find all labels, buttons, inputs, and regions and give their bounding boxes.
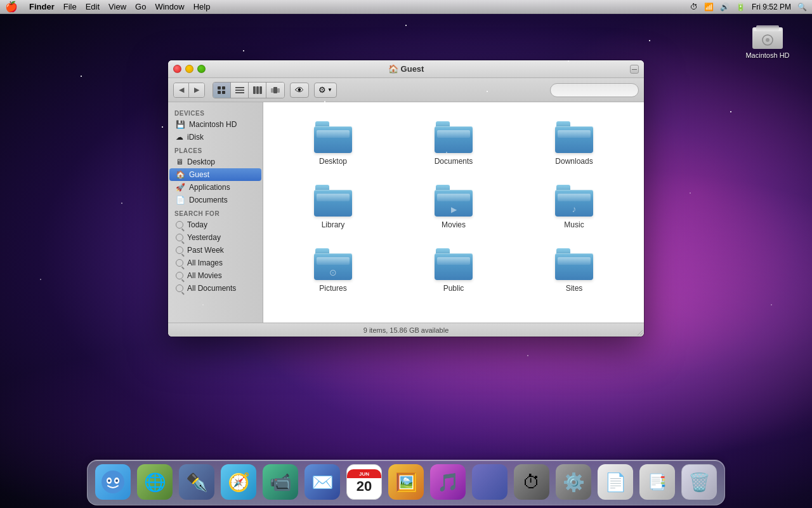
svg-rect-10 [235, 90, 244, 91]
search-input[interactable] [550, 83, 639, 97]
gear-button[interactable]: ⚙ ▼ [314, 83, 337, 98]
eye-button[interactable]: 👁 [290, 83, 309, 98]
sidebar-item-guest[interactable]: 🏠 Guest [169, 168, 261, 181]
sidebar-item-documents[interactable]: 📄 Documents [169, 194, 261, 206]
dock-item-quill[interactable]: ✒️ [178, 463, 216, 501]
sidebar-desktop-icon: 🖥 [176, 157, 183, 166]
status-text: 9 items, 15.86 GB available [363, 326, 449, 334]
folder-downloads-icon [555, 121, 593, 153]
dock-item-finder[interactable] [94, 463, 132, 501]
dock-item-pdf1[interactable]: 📄 [596, 463, 634, 501]
desktop-macintosh-hd[interactable]: Macintosh HD [742, 22, 793, 59]
coverflow-view-button[interactable] [266, 83, 284, 98]
menubar-battery-icon[interactable]: 🔋 [736, 3, 745, 11]
file-documents[interactable]: Documents [396, 115, 511, 172]
svg-rect-14 [259, 86, 262, 94]
folder-documents-icon [435, 121, 473, 153]
sidebar-item-past-week[interactable]: Past Week [169, 244, 261, 257]
sidebar-today-icon [176, 221, 183, 229]
apple-menu[interactable]: 🍎 [5, 1, 18, 13]
minimize-button[interactable] [185, 65, 193, 73]
dock-item-timemachine[interactable]: ⏱ [513, 463, 551, 501]
dock-timemachine-icon: ⏱ [514, 464, 549, 500]
svg-line-19 [640, 333, 643, 335]
statusbar: 9 items, 15.86 GB available [168, 323, 644, 337]
sidebar-all-movies-icon [176, 272, 183, 279]
nav-buttons: ◀ ▶ [173, 83, 205, 98]
column-view-button[interactable] [249, 83, 266, 98]
dock-spaces-icon [472, 464, 508, 500]
menubar-right: ⏱ 📶 🔊 🔋 Fri 9:52 PM 🔍 [690, 3, 807, 11]
dock-item-pdf2[interactable]: 📑 [638, 463, 676, 501]
close-button[interactable] [173, 65, 181, 73]
svg-rect-12 [253, 86, 256, 94]
dock-item-facetime[interactable]: 📹 [261, 463, 299, 501]
dock-item-maps[interactable]: 🌐 [136, 463, 174, 501]
file-sites[interactable]: Sites [517, 242, 631, 299]
sidebar-item-all-movies[interactable]: All Movies [169, 269, 261, 282]
menubar-view[interactable]: View [108, 2, 126, 11]
dock-item-sysprefs[interactable]: ⚙️ [554, 463, 593, 501]
dock-item-spaces[interactable] [471, 463, 509, 501]
dock-maps-icon: 🌐 [137, 464, 173, 500]
sidebar-item-desktop[interactable]: 🖥 Desktop [169, 156, 261, 168]
folder-desktop-icon [314, 121, 352, 153]
dock-item-safari[interactable]: 🧭 [219, 463, 258, 501]
sidebar-applications-icon: 🚀 [176, 183, 185, 192]
sidebar-item-today[interactable]: Today [169, 218, 261, 231]
svg-point-25 [115, 479, 118, 482]
dock-item-trash[interactable]: 🗑️ [680, 463, 718, 501]
view-buttons [213, 82, 285, 98]
forward-button[interactable]: ▶ [189, 83, 204, 97]
file-desktop[interactable]: Desktop [276, 115, 390, 172]
menubar-go[interactable]: Go [135, 2, 146, 11]
menubar-help[interactable]: Help [193, 2, 211, 11]
sidebar-documents-icon: 📄 [176, 196, 185, 204]
sidebar-past-week-icon [176, 246, 183, 254]
menubar-finder[interactable]: Finder [29, 2, 55, 11]
file-downloads[interactable]: Downloads [517, 115, 631, 172]
list-view-button[interactable] [231, 83, 249, 98]
menubar-search-icon[interactable]: 🔍 [797, 3, 807, 11]
dock-item-photos[interactable]: 🖼️ [387, 463, 425, 501]
menubar-volume-icon[interactable]: 🔊 [720, 3, 730, 11]
dock-photos-icon: 🖼️ [388, 464, 424, 500]
file-library-label: Library [322, 220, 345, 229]
dock-calendar-icon: JUN 20 [346, 464, 382, 500]
sidebar-item-macintosh-hd[interactable]: 💾 Macintosh HD [169, 118, 261, 131]
sidebar-all-movies-label: All Movies [187, 271, 222, 280]
sidebar-item-all-images[interactable]: All Images [169, 257, 261, 269]
svg-rect-15 [273, 87, 277, 93]
resize-handle[interactable] [635, 328, 643, 335]
maximize-button[interactable] [197, 65, 206, 73]
window-collapse-button[interactable]: — [630, 65, 639, 74]
menubar-window[interactable]: Window [155, 2, 184, 11]
file-movies[interactable]: Movies [396, 178, 511, 236]
dock-item-mail[interactable]: ✉️ [303, 463, 341, 501]
icon-view-button[interactable] [213, 83, 231, 98]
menubar-time-machine-icon[interactable]: ⏱ [690, 3, 698, 11]
menubar-edit[interactable]: Edit [86, 2, 100, 11]
desktop: 🍎 Finder File Edit View Go Window Help ⏱… [0, 0, 812, 508]
sidebar-header-places: PLACES [168, 144, 263, 156]
folder-public-icon [435, 248, 473, 280]
sidebar-item-idisk[interactable]: ☁ iDisk [169, 131, 261, 144]
svg-rect-1 [756, 25, 779, 30]
sidebar-item-all-documents[interactable]: All Documents [169, 282, 261, 295]
svg-rect-2 [754, 29, 782, 31]
svg-rect-17 [277, 88, 280, 93]
window-title-icon: 🏠 [388, 64, 398, 74]
menubar-airport-icon[interactable]: 📶 [704, 3, 714, 11]
svg-point-24 [108, 479, 110, 482]
file-music[interactable]: Music [517, 178, 631, 236]
back-button[interactable]: ◀ [174, 83, 189, 97]
folder-library-icon [314, 185, 352, 217]
menubar-file[interactable]: File [63, 2, 77, 11]
sidebar-item-applications[interactable]: 🚀 Applications [169, 181, 261, 194]
dock-item-calendar[interactable]: JUN 20 [345, 463, 383, 501]
sidebar-item-yesterday[interactable]: Yesterday [169, 231, 261, 244]
dock-item-itunes[interactable]: 🎵 [429, 463, 467, 501]
file-library[interactable]: Library [276, 178, 390, 236]
file-public[interactable]: Public [396, 242, 511, 299]
file-pictures[interactable]: Pictures [276, 242, 390, 299]
